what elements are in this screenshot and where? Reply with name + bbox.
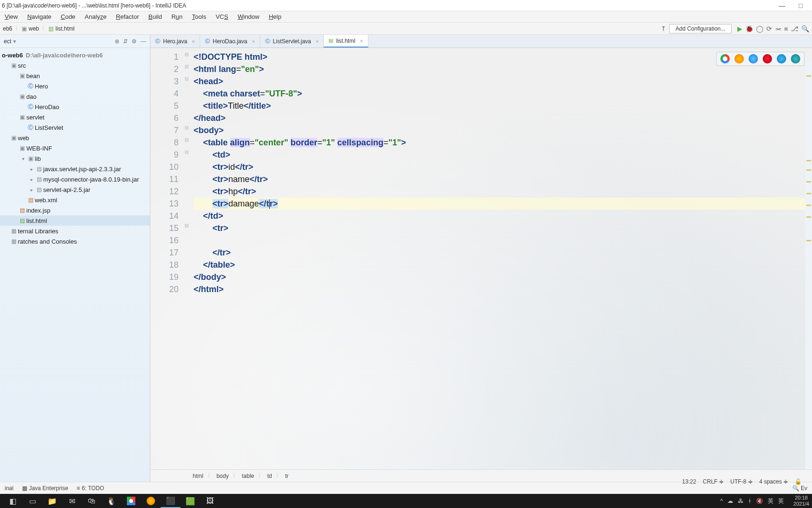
expand-icon[interactable]: ⇵ (123, 38, 128, 45)
readonly-icon[interactable]: 🔓 (795, 478, 802, 485)
error-stripe[interactable] (805, 61, 812, 469)
firefox-taskbar-icon[interactable] (141, 494, 161, 508)
event-log[interactable]: 🔍 Ev (792, 485, 807, 492)
coverage-icon[interactable]: ◯ (756, 25, 764, 32)
maximize-button[interactable]: □ (791, 2, 810, 9)
close-tab-icon[interactable]: × (316, 39, 319, 44)
vcs-icon[interactable]: ⎇ (791, 25, 798, 32)
tree-item[interactable]: ▾▣lib (0, 153, 150, 164)
ime-indicator-2[interactable]: 英 (778, 497, 784, 505)
tree-item[interactable]: ▦ratches and Consoles (0, 236, 150, 246)
tree-root[interactable]: o-web6 D:\all-java\code\hero-web6 (0, 50, 150, 60)
image-icon[interactable]: 🖼 (200, 494, 220, 508)
onedrive-icon[interactable]: ☁ (727, 498, 733, 504)
editor-tab[interactable]: ⒸListServlet.java× (260, 35, 324, 48)
chrome-icon[interactable] (720, 54, 730, 64)
tree-item[interactable]: ▣web (0, 133, 150, 143)
close-tab-icon[interactable]: × (360, 38, 363, 44)
tray-up-icon[interactable]: ^ (720, 498, 723, 504)
close-tab-icon[interactable]: × (192, 39, 195, 44)
tree-item[interactable]: ▣src (0, 60, 150, 71)
chrome-taskbar-icon[interactable] (121, 494, 141, 508)
profile-icon[interactable]: ⟳ (766, 25, 772, 32)
qq-icon[interactable]: 🐧 (102, 494, 121, 508)
tree-item[interactable]: ⒸHeroDao (0, 102, 150, 112)
tree-item[interactable]: ▤web.xml (0, 195, 150, 205)
crumb-td[interactable]: td (267, 473, 272, 479)
bluetooth-icon[interactable]: ᚼ (748, 498, 751, 504)
search-icon[interactable]: 🔍 (801, 25, 809, 32)
code-editor[interactable]: 1234567891011121314151617181920 ⊟⊟⊟⊟⊟⊟⊟ … (150, 48, 812, 469)
mail-icon[interactable]: ✉ (62, 494, 82, 508)
dropdown-icon[interactable]: ▾ (13, 38, 16, 45)
locate-icon[interactable]: ⊕ (115, 38, 119, 45)
line-ending[interactable]: CRLF ≑ (703, 478, 724, 485)
store-icon[interactable]: 🛍 (82, 494, 102, 508)
fold-gutter[interactable]: ⊟⊟⊟⊟⊟⊟⊟ (183, 48, 190, 469)
crumb-tr[interactable]: tr (285, 473, 289, 479)
volume-icon[interactable]: 🔇 (756, 498, 763, 504)
hide-icon[interactable]: — (141, 38, 146, 45)
minimize-button[interactable]: — (773, 2, 791, 9)
todo-tool[interactable]: ≡ 6: TODO (77, 485, 104, 492)
menu-analyze[interactable]: Analyze (80, 13, 111, 20)
start-button[interactable]: ◧ (3, 494, 23, 508)
system-tray[interactable]: ^ ☁ 🖧 ᚼ 🔇 英 英 20:18 2021/4 (720, 495, 809, 507)
tree-item[interactable]: ▣WEB-INF (0, 143, 150, 153)
ime-indicator[interactable]: 英 (768, 497, 773, 505)
java-ee-tool[interactable]: ▦ Java Enterprise (22, 485, 68, 492)
tree-item[interactable]: ▸▤javax.servlet.jsp-api-2.3.3.jar (0, 164, 150, 174)
nav-crumb-web[interactable]: ▣ web (22, 25, 39, 32)
terminal-tool[interactable]: inal (5, 485, 14, 492)
tree-item[interactable]: ▣bean (0, 71, 150, 81)
tree-item[interactable]: ▣servlet (0, 112, 150, 122)
opera-icon[interactable] (763, 54, 772, 64)
crumb-html[interactable]: html (193, 473, 203, 479)
nav-crumb-project[interactable]: eb6 (3, 25, 12, 32)
tree-item[interactable]: ▸▤servlet-api-2.5.jar (0, 184, 150, 195)
app-icon[interactable]: 🟩 (180, 494, 200, 508)
tree-item[interactable]: ⒸHero (0, 81, 150, 91)
cursor-position[interactable]: 13:22 (682, 478, 696, 485)
crumb-body[interactable]: body (217, 473, 229, 479)
menu-view[interactable]: VViewiew (0, 13, 23, 20)
indent[interactable]: 4 spaces ≑ (759, 478, 788, 485)
stop-icon[interactable]: ■ (784, 25, 788, 32)
edge-icon[interactable] (791, 54, 800, 64)
editor-tab[interactable]: ▤list.html× (324, 35, 368, 48)
explorer-icon[interactable]: 📁 (42, 494, 62, 508)
menu-refactor[interactable]: Refactor (111, 13, 144, 20)
project-tree[interactable]: o-web6 D:\all-java\code\hero-web6 ▣src▣b… (0, 48, 150, 482)
menu-run[interactable]: Run (167, 13, 187, 20)
menu-navigate[interactable]: Navigate (23, 13, 56, 20)
editor-tab[interactable]: ⒸHeroDao.java× (200, 35, 260, 48)
task-view-icon[interactable]: ▭ (23, 494, 42, 508)
code-content[interactable]: <!DOCTYPE html><html lang="en"><head> <m… (190, 48, 812, 469)
network-icon[interactable]: 🖧 (738, 498, 743, 504)
nav-crumb-file[interactable]: ▤ list.html (48, 25, 75, 32)
add-configuration-button[interactable]: Add Configuration... (669, 24, 731, 33)
menu-vcs[interactable]: VCS (211, 13, 233, 20)
tree-item[interactable]: ⒸListServlet (0, 122, 150, 133)
debug-icon[interactable]: 🐞 (745, 25, 753, 32)
intellij-taskbar-icon[interactable]: ⬛ (161, 494, 180, 508)
gear-icon[interactable]: ⚙ (132, 38, 137, 45)
menu-help[interactable]: Help (264, 13, 286, 20)
tree-item[interactable]: ▤index.jsp (0, 205, 150, 215)
crumb-table[interactable]: table (242, 473, 254, 479)
safari-icon[interactable] (749, 54, 758, 64)
attach-icon[interactable]: ⫘ (775, 25, 781, 32)
tree-item[interactable]: ▣dao (0, 91, 150, 102)
tree-item[interactable]: ▤list.html (0, 215, 150, 226)
build-icon[interactable]: ⤒ (661, 25, 666, 32)
menu-build[interactable]: Build (144, 13, 167, 20)
firefox-icon[interactable] (734, 54, 744, 64)
editor-tab[interactable]: ⒸHero.java× (150, 35, 200, 48)
encoding[interactable]: UTF-8 ≑ (730, 478, 752, 485)
taskbar-clock[interactable]: 20:18 2021/4 (793, 495, 809, 507)
close-tab-icon[interactable]: × (252, 39, 255, 44)
tree-item[interactable]: ▦ternal Libraries (0, 226, 150, 236)
tree-item[interactable]: ▸▤mysql-connector-java-8.0.19-bin.jar (0, 174, 150, 184)
ie-icon[interactable] (777, 54, 786, 64)
run-icon[interactable]: ▶ (737, 25, 742, 32)
